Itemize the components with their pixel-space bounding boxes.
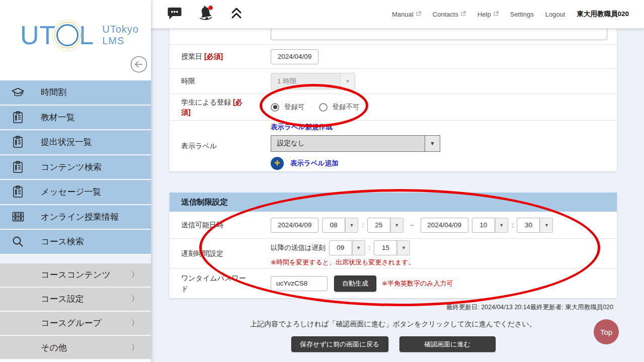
plus-icon[interactable]: + (271, 157, 284, 170)
sidebar-item-label: コースグループ (41, 317, 102, 329)
available-datetime-label: 送信可能日時 (181, 220, 250, 230)
spinner-down-icon[interactable]: ▼ (345, 218, 358, 233)
start-hour-input[interactable] (322, 218, 345, 233)
username-display: 東大用教職員020 (577, 10, 629, 19)
sidebar-item-online-class-info[interactable]: オンライン授業情報 (0, 205, 151, 230)
late-prefix: 以降の送信は遅刻 (271, 243, 326, 252)
sidebar-collapse-button[interactable] (130, 55, 148, 73)
available-datetime-row: 送信可能日時 ▼ : ▼ ~ ▼ : (170, 212, 617, 239)
sidebar-item-label: コンテンツ検索 (41, 161, 102, 173)
manual-link[interactable]: Manual (392, 11, 421, 18)
sidebar-secondary-nav: コースコンテンツ 〉 コース設定 〉 コースグループ 〉 その他 〉 (0, 263, 151, 360)
clipboard-icon (11, 135, 25, 149)
sidebar-item-course-contents[interactable]: コースコンテンツ 〉 (0, 263, 151, 288)
sidebar-item-label: コース設定 (41, 293, 84, 305)
clipboard-icon (11, 160, 25, 174)
notifications-button[interactable] (197, 5, 215, 23)
spinner-down-icon[interactable]: ▼ (540, 218, 553, 233)
logo-o-rings (56, 24, 78, 46)
last-updated-text: 最終更新日: 2024/04/13 20:14最終更新者: 東大用教職員020 (170, 303, 617, 312)
sidebar-item-materials[interactable]: 教材一覧 (0, 106, 151, 131)
logo-subtitle: UTokyo LMS (102, 24, 139, 47)
late-time-note: ※時間を変更すると、出席状況も変更されます。 (271, 258, 415, 267)
late-time-label: 遅刻時間設定 (181, 248, 250, 258)
section-title: 送信制限設定 (170, 193, 617, 212)
sidebar-item-course-search[interactable]: コース検索 (0, 230, 151, 255)
sidebar-item-timetable[interactable]: 時間割 (0, 80, 151, 106)
chevron-right-icon: 〉 (131, 343, 139, 352)
sidebar-item-course-group[interactable]: コースグループ 〉 (0, 312, 151, 336)
end-hour-input[interactable] (472, 218, 495, 233)
clipboard-icon (11, 111, 25, 124)
clipboard-icon (11, 185, 25, 199)
late-hour-input[interactable] (329, 240, 352, 255)
sidebar-item-messages[interactable]: メッセージ一覧 (0, 180, 151, 205)
logo-letters-ut: UT (20, 22, 56, 48)
create-display-label-link[interactable]: 表示ラベル新規作成 (271, 123, 332, 132)
proceed-to-confirm-button[interactable]: 確認画面に進む (399, 336, 496, 352)
display-label-row: 表示ラベル 表示ラベル新規作成 設定なし ▼ + 表示ラベル追加 (170, 121, 617, 171)
auto-generate-button[interactable]: 自動生成 (334, 276, 376, 292)
spinner-down-icon[interactable]: ▼ (390, 218, 404, 233)
memo-row (170, 29, 617, 45)
period-label: 時限 (181, 76, 250, 86)
app-logo: UT L UTokyo LMS (20, 22, 139, 48)
collapse-topbar-button[interactable] (230, 7, 243, 21)
sidebar-item-label: メッセージ一覧 (41, 186, 102, 198)
class-date-input[interactable] (271, 49, 318, 64)
add-display-label-link[interactable]: 表示ラベル追加 (290, 159, 338, 168)
start-minute-input[interactable] (367, 218, 390, 233)
submission-restriction-card: 送信制限設定 送信可能日時 ▼ : ▼ ~ ▼ (170, 193, 617, 298)
sidebar-item-label: その他 (41, 342, 67, 353)
basic-settings-card: 授業日 [必須] 時限 1 時限 ▼ 学生による登録 [必須] 登録可 登録不可 (170, 29, 617, 171)
graduation-cap-icon (11, 86, 25, 99)
sidebar-group-divider (0, 255, 151, 263)
registration-label: 学生による登録 (181, 98, 233, 106)
period-select[interactable]: 1 時限 ▼ (271, 73, 355, 89)
radio-label-not-allowed: 登録不可 (333, 103, 360, 112)
bell-icon (197, 5, 215, 23)
chevron-right-icon: 〉 (131, 270, 139, 280)
spinner-down-icon[interactable]: ▼ (352, 240, 365, 255)
memo-textarea[interactable] (271, 29, 607, 40)
sidebar-item-label: 教材一覧 (41, 112, 75, 123)
contacts-link[interactable]: Contacts (433, 11, 466, 18)
class-date-label: 授業日 (181, 52, 202, 60)
late-minute-input[interactable] (374, 240, 397, 255)
sidebar-item-label: コース検索 (41, 236, 84, 247)
logout-link[interactable]: Logout (545, 11, 566, 18)
sidebar-item-content-search[interactable]: コンテンツ検索 (0, 155, 151, 180)
sidebar-item-course-settings[interactable]: コース設定 〉 (0, 288, 151, 312)
sidebar-primary-nav: 時間割 教材一覧 提出状況一覧 (0, 80, 151, 255)
dropdown-arrow-icon: ▼ (425, 136, 440, 151)
display-label-select[interactable]: 設定なし ▼ (271, 135, 440, 152)
spinner-down-icon[interactable]: ▼ (397, 240, 410, 255)
end-minute-input[interactable] (517, 218, 540, 233)
class-date-row: 授業日 [必須] (170, 45, 617, 69)
notification-dot (208, 6, 213, 10)
start-date-input[interactable] (271, 218, 318, 233)
radio-registration-not-allowed[interactable] (319, 103, 328, 112)
spinner-down-icon[interactable]: ▼ (495, 218, 508, 233)
otp-note: ※半角英数字のみ入力可 (382, 279, 453, 288)
sidebar-item-label: オンライン授業情報 (41, 211, 119, 223)
settings-link[interactable]: Settings (510, 11, 534, 18)
end-date-input[interactable] (421, 218, 468, 233)
radio-label-allowed: 登録可 (284, 103, 305, 112)
required-badge: [必須] (204, 52, 223, 60)
sidebar-item-label: コースコンテンツ (41, 269, 111, 281)
otp-input[interactable] (271, 276, 328, 291)
main-content: 授業日 [必須] 時限 1 時限 ▼ 学生による登録 [必須] 登録可 登録不可 (151, 29, 644, 362)
sidebar-item-submission-status[interactable]: 提出状況一覧 (0, 130, 151, 155)
otp-row: ワンタイムパスワード 自動生成 ※半角英数字のみ入力可 (170, 268, 617, 298)
search-icon (11, 235, 25, 248)
back-without-save-button[interactable]: 保存せずに前の画面に戻る (291, 336, 388, 352)
messages-button[interactable] (167, 7, 182, 22)
chevron-right-icon: 〉 (131, 294, 139, 304)
sidebar-item-others[interactable]: その他 〉 (0, 336, 151, 360)
arrow-left-circle-icon (130, 67, 148, 75)
topbar: Manual Contacts Help Se (151, 0, 644, 29)
help-link[interactable]: Help (477, 11, 499, 18)
scroll-to-top-button[interactable]: Top (594, 319, 619, 344)
radio-registration-allowed[interactable] (271, 103, 279, 112)
